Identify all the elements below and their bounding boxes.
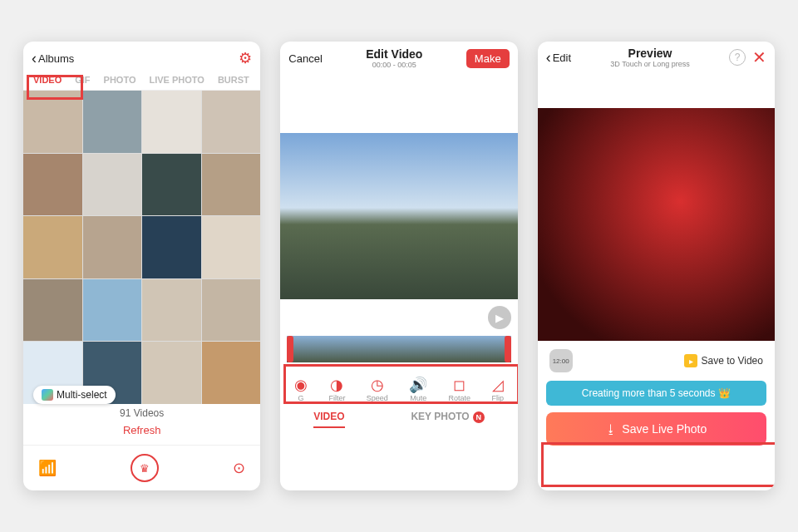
thumb[interactable]	[142, 342, 201, 404]
tab-gif[interactable]: GIF	[75, 75, 90, 85]
gear-icon[interactable]: ⚙	[239, 49, 252, 67]
video-icon: ▸	[684, 354, 697, 367]
multiselect-icon	[42, 389, 53, 401]
thumb[interactable]	[142, 279, 201, 342]
thumb[interactable]	[202, 279, 261, 342]
thumb[interactable]	[23, 216, 82, 278]
multi-select-label: Multi-select	[57, 389, 107, 401]
new-badge: N	[473, 411, 485, 423]
make-button[interactable]: Make	[466, 49, 510, 68]
tool-filter[interactable]: ◑Filter	[328, 376, 345, 402]
tab-livephoto[interactable]: LIVE PHOTO	[150, 75, 204, 85]
video-preview[interactable]: ▶	[280, 133, 517, 299]
bottom-tab-keyphoto[interactable]: KEY PHOTON	[411, 411, 484, 423]
camera-icon[interactable]: ⊙	[233, 459, 245, 477]
tool-row: ◉G ◑Filter ◷Speed 🔊Mute ◻Rotate ◿Flip	[280, 369, 517, 406]
tool-rotate[interactable]: ◻Rotate	[449, 376, 471, 402]
video-count: 91 Videos	[23, 404, 260, 422]
help-icon[interactable]: ?	[729, 49, 746, 66]
download-icon: ⭳	[605, 422, 617, 436]
thumb[interactable]	[23, 279, 82, 342]
circle-icon: ◉	[294, 376, 308, 392]
play-icon[interactable]: ▶	[488, 306, 511, 329]
tool-flip[interactable]: ◿Flip	[491, 376, 504, 402]
thumb[interactable]	[202, 342, 261, 404]
trim-handle-right[interactable]	[505, 336, 511, 362]
thumbnail-grid	[23, 91, 260, 404]
thumb[interactable]	[202, 91, 261, 153]
wifi-icon[interactable]: 📶	[38, 459, 57, 477]
thumb[interactable]	[142, 154, 201, 216]
tool-mute[interactable]: 🔊Mute	[409, 376, 427, 402]
thumb[interactable]	[142, 91, 201, 153]
speed-icon: ◷	[371, 376, 384, 392]
thumb[interactable]	[202, 154, 261, 216]
back-label: Albums	[38, 52, 74, 65]
trim-handle-left[interactable]	[287, 336, 293, 362]
back-label: Edit	[553, 52, 571, 64]
duration-badge[interactable]: 12:00	[549, 349, 573, 372]
thumb[interactable]	[142, 216, 201, 278]
tab-photo[interactable]: PHOTO	[104, 75, 136, 85]
save-live-photo-button[interactable]: ⭳ Save Live Photo	[546, 412, 766, 446]
flip-icon: ◿	[492, 376, 504, 392]
refresh-button[interactable]: Refresh	[23, 422, 260, 445]
thumb[interactable]	[83, 279, 142, 342]
preview-title: Preview	[571, 47, 729, 60]
thumb[interactable]	[23, 91, 82, 153]
crown-icon[interactable]: ♛	[131, 454, 159, 482]
close-icon[interactable]: ✕	[752, 47, 766, 67]
chevron-left-icon: ‹	[546, 50, 551, 65]
save-to-video-button[interactable]: ▸ Save to Video	[684, 354, 763, 367]
tab-burst[interactable]: BURST	[218, 75, 249, 85]
thumb[interactable]	[83, 216, 142, 278]
tab-video[interactable]: VIDEO	[33, 75, 62, 85]
thumb[interactable]	[202, 216, 261, 278]
screen-albums: ‹ Albums ⚙ VIDEO GIF PHOTO LIVE PHOTO BU…	[23, 42, 260, 490]
bottom-tab-video[interactable]: VIDEO	[313, 411, 344, 423]
thumb[interactable]	[23, 154, 82, 216]
info-banner: Creating more than 5 seconds 👑	[546, 381, 766, 406]
screen-preview: ‹ Edit Preview 3D Touch or Long press ? …	[538, 42, 775, 490]
thumb[interactable]	[83, 91, 142, 153]
preview-subtitle: 3D Touch or Long press	[571, 60, 729, 68]
mute-icon: 🔊	[409, 376, 427, 392]
live-photo-preview[interactable]	[538, 108, 775, 341]
back-albums[interactable]: ‹ Albums	[32, 51, 74, 66]
media-tabs: VIDEO GIF PHOTO LIVE PHOTO BURST	[23, 75, 260, 91]
back-edit[interactable]: ‹ Edit	[546, 50, 571, 65]
multi-select-button[interactable]: Multi-select	[33, 386, 116, 404]
cancel-button[interactable]: Cancel	[288, 52, 322, 65]
screen-edit-video: Cancel Edit Video 00:00 - 00:05 Make ▶ ◉…	[280, 42, 517, 490]
trim-timeline[interactable]	[287, 336, 510, 362]
highlight-box	[541, 442, 775, 487]
edit-title: Edit Video	[323, 47, 466, 61]
thumb[interactable]	[83, 154, 142, 216]
tool-speed[interactable]: ◷Speed	[367, 376, 388, 402]
chevron-left-icon: ‹	[32, 51, 37, 66]
filter-icon: ◑	[330, 376, 343, 392]
rotate-icon: ◻	[453, 376, 466, 392]
timecode: 00:00 - 00:05	[323, 61, 466, 69]
tool-bg[interactable]: ◉G	[294, 376, 308, 402]
